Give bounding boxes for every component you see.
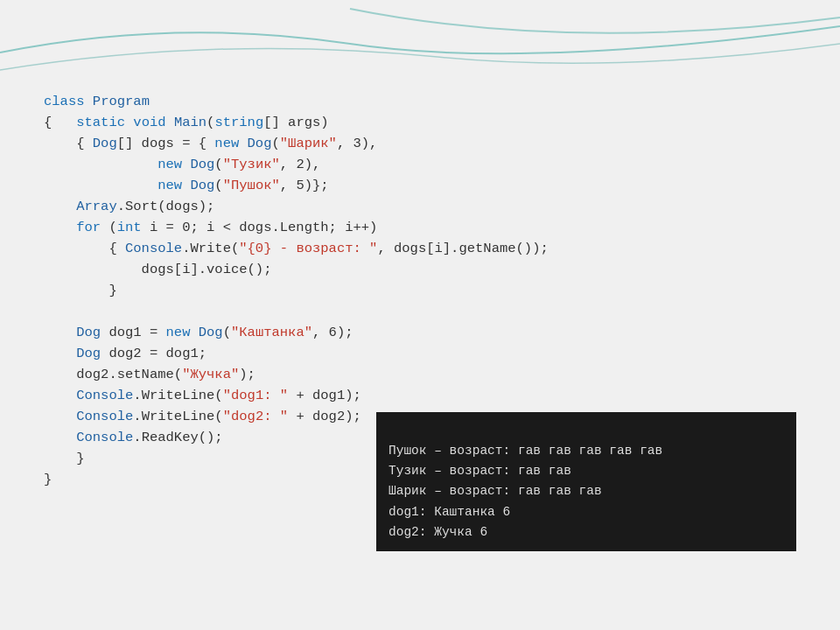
console-line-2: Тузик – возраст: гав гав (388, 464, 571, 478)
line-2: { static void Main(string[] args) (44, 115, 329, 130)
line-3: { Dog[] dogs = { new Dog("Шарик", 3), (44, 136, 377, 151)
line-class-keyword: class Program (44, 94, 150, 109)
line-10: } (44, 283, 117, 298)
line-16: Console.WriteLine("dog2: " + dog2); (44, 409, 361, 424)
code-area: class Program { static void Main(string[… (44, 70, 814, 595)
line-4: new Dog("Тузик", 2), (44, 157, 320, 172)
line-13: Dog dog2 = dog1; (44, 346, 206, 361)
line-12: Dog dog1 = new Dog("Каштанка", 6); (44, 325, 354, 340)
line-8: { Console.Write("{0} - возраст: ", dogs[… (44, 241, 549, 256)
line-15: Console.WriteLine("dog1: " + dog1); (44, 388, 361, 403)
line-19: } (44, 472, 52, 487)
console-line-5: dog2: Жучка 6 (388, 525, 487, 539)
line-5: new Dog("Пушок", 5)}; (44, 178, 329, 193)
line-18: } (44, 451, 85, 466)
console-line-1: Пушок – возраст: гав гав гав гав гав (388, 444, 662, 458)
line-11 (44, 304, 52, 319)
line-14: dog2.setName("Жучка"); (44, 367, 256, 382)
line-7: for (int i = 0; i < dogs.Length; i++) (44, 220, 377, 235)
line-17: Console.ReadKey(); (44, 430, 223, 445)
line-6: Array.Sort(dogs); (44, 199, 214, 214)
line-9: dogs[i].voice(); (44, 262, 271, 277)
console-output: Пушок – возраст: гав гав гав гав гав Туз… (376, 412, 796, 551)
console-line-4: dog1: Каштанка 6 (388, 505, 510, 519)
console-line-3: Шарик – возраст: гав гав гав (388, 484, 602, 498)
